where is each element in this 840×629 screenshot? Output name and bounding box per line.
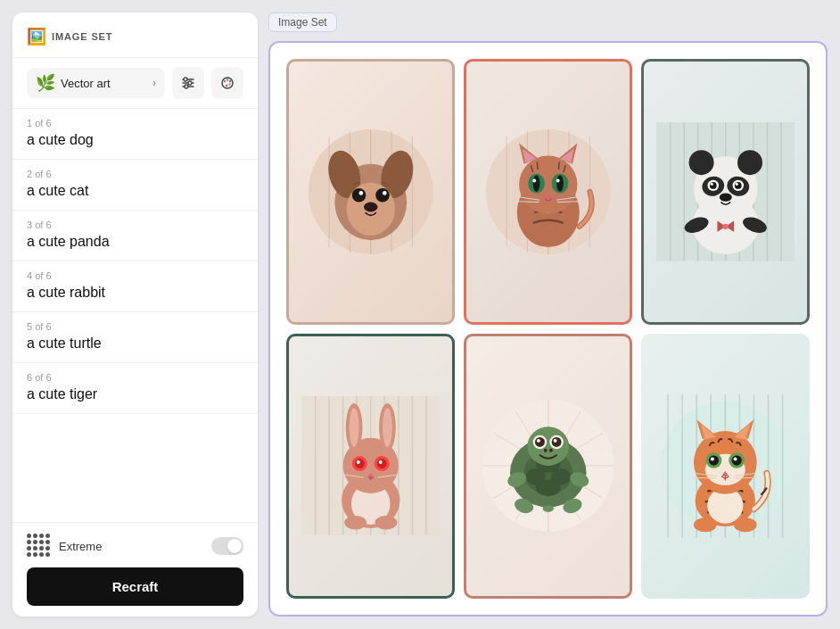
svg-point-156 — [711, 457, 714, 460]
svg-point-9 — [229, 80, 231, 82]
sidebar-header: 🖼️ IMAGE SET — [12, 12, 258, 58]
list-item[interactable]: 5 of 6 a cute turtle — [12, 312, 258, 363]
list-item[interactable]: 2 of 6 a cute cat — [12, 160, 258, 211]
svg-point-128 — [549, 449, 553, 452]
item-counter: 1 of 6 — [27, 118, 243, 128]
item-counter: 4 of 6 — [27, 270, 243, 281]
image-cell-rabbit[interactable] — [286, 334, 455, 600]
rabbit-illustration — [301, 355, 441, 576]
svg-point-119 — [535, 480, 560, 497]
list-item[interactable]: 6 of 6 a cute tiger — [12, 363, 258, 414]
list-item[interactable]: 1 of 6 a cute dog — [12, 109, 258, 160]
svg-point-74 — [735, 182, 742, 189]
svg-point-123 — [535, 437, 545, 447]
svg-point-155 — [732, 455, 742, 465]
extreme-row: Extreme — [27, 534, 243, 559]
svg-point-25 — [383, 191, 387, 195]
image-cell-dog[interactable] — [286, 59, 455, 325]
svg-point-41 — [532, 175, 539, 192]
svg-point-10 — [228, 83, 230, 85]
item-label: a cute panda — [27, 234, 243, 250]
style-emoji: 🌿 — [36, 73, 55, 93]
sidebar-footer: Extreme Recraft — [12, 522, 258, 617]
svg-point-105 — [344, 516, 366, 530]
turtle-illustration — [479, 355, 618, 576]
image-cell-cat[interactable] — [464, 59, 632, 325]
svg-point-120 — [527, 427, 569, 467]
item-counter: 3 of 6 — [27, 219, 243, 230]
svg-point-124 — [551, 437, 561, 447]
svg-point-154 — [709, 455, 719, 465]
svg-point-126 — [553, 439, 556, 443]
svg-point-4 — [188, 81, 192, 85]
svg-point-99 — [357, 460, 360, 464]
recraft-button[interactable]: Recraft — [27, 567, 243, 606]
image-cell-panda[interactable] — [641, 59, 810, 325]
svg-point-77 — [719, 193, 731, 201]
svg-point-165 — [734, 517, 757, 532]
image-set-icon: 🖼️ — [27, 27, 46, 46]
sidebar-title: IMAGE SET — [52, 31, 112, 42]
svg-point-98 — [376, 459, 386, 468]
sliders-button[interactable] — [172, 67, 204, 99]
svg-point-67 — [688, 150, 713, 175]
style-row: 🌿 Vector art › — [12, 58, 258, 109]
dog-illustration — [301, 81, 441, 302]
style-arrow-icon: › — [152, 77, 156, 89]
image-grid — [268, 41, 828, 617]
image-cell-turtle[interactable] — [464, 334, 632, 600]
list-item[interactable]: 3 of 6 a cute panda — [12, 211, 258, 261]
toggle-knob — [227, 539, 242, 553]
tiger-illustration — [654, 353, 797, 579]
svg-point-94 — [383, 409, 392, 448]
main-content: Image Set — [258, 0, 840, 629]
item-label: a cute tiger — [27, 386, 243, 402]
palette-icon — [220, 76, 235, 90]
svg-point-97 — [355, 459, 365, 468]
svg-point-24 — [358, 191, 363, 195]
svg-point-43 — [532, 178, 536, 182]
image-cell-tiger[interactable] — [641, 334, 810, 600]
svg-point-68 — [737, 150, 762, 175]
extreme-dots-icon — [27, 534, 52, 559]
svg-point-26 — [364, 202, 378, 211]
svg-point-3 — [184, 78, 187, 81]
svg-point-164 — [694, 517, 717, 532]
svg-point-8 — [226, 79, 228, 80]
item-label: a cute dog — [27, 132, 243, 148]
list-item[interactable]: 4 of 6 a cute rabbit — [12, 261, 258, 312]
svg-point-133 — [542, 506, 553, 513]
style-label: Vector art — [61, 77, 111, 90]
item-label: a cute rabbit — [27, 285, 243, 301]
svg-point-22 — [351, 188, 366, 203]
svg-point-11 — [226, 85, 227, 87]
panda-illustration — [656, 81, 795, 302]
image-list: 1 of 6 a cute dog 2 of 6 a cute cat 3 of… — [12, 109, 258, 522]
svg-point-100 — [378, 460, 382, 464]
cat-illustration — [479, 81, 618, 302]
item-label: a cute turtle — [27, 335, 243, 352]
svg-point-5 — [185, 85, 188, 88]
sliders-icon — [181, 76, 195, 90]
sidebar: 🖼️ IMAGE SET 🌿 Vector art › — [12, 12, 258, 617]
svg-point-75 — [710, 183, 712, 186]
svg-point-106 — [375, 516, 397, 530]
svg-point-42 — [556, 175, 564, 192]
style-selector[interactable]: 🌿 Vector art › — [27, 68, 165, 98]
svg-point-92 — [349, 409, 358, 448]
extreme-label: Extreme — [59, 540, 204, 553]
breadcrumb-label: Image Set — [268, 12, 337, 32]
svg-point-73 — [710, 182, 717, 189]
svg-point-63 — [722, 224, 728, 229]
svg-point-7 — [224, 80, 226, 82]
extreme-toggle[interactable] — [211, 537, 243, 555]
svg-point-125 — [537, 439, 540, 443]
item-counter: 5 of 6 — [27, 321, 243, 332]
svg-point-23 — [375, 188, 390, 203]
item-counter: 2 of 6 — [27, 169, 243, 179]
svg-point-34 — [519, 155, 577, 213]
palette-button[interactable] — [211, 67, 243, 99]
svg-point-157 — [734, 457, 737, 460]
breadcrumb: Image Set — [268, 12, 828, 32]
item-counter: 6 of 6 — [27, 372, 243, 383]
